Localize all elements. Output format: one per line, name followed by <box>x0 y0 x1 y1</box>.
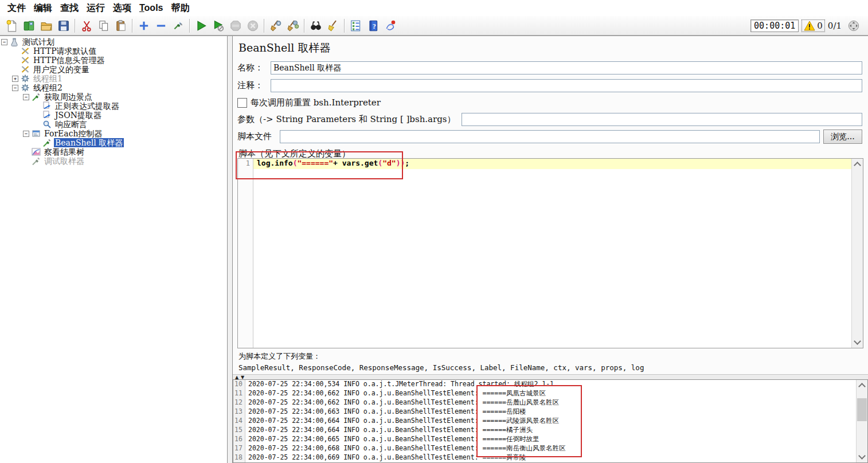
log-line-number: 13 <box>233 407 245 417</box>
shutdown-button[interactable] <box>244 17 261 34</box>
tree-item-label: 响应断言 <box>54 120 88 129</box>
tree-plus-expander-icon[interactable]: + <box>12 76 18 82</box>
log-vertical-scrollbar[interactable] <box>856 380 867 462</box>
log-line-number: 16 <box>233 435 245 444</box>
log-line: 132020-07-25 22:34:00,663 INFO o.a.j.u.B… <box>233 407 867 417</box>
tree-item-线程组2[interactable]: −线程组2 <box>0 83 227 92</box>
tree-minus-expander-icon[interactable]: − <box>23 131 29 137</box>
tree-item-ForEach控制器[interactable]: −ForEach控制器 <box>0 129 227 138</box>
elapsed-timer: 00:00:01 <box>750 19 799 32</box>
parameters-input[interactable] <box>462 113 862 126</box>
script-editor[interactable]: 1 log.info("======"+ vars.get("d")); <box>237 158 863 348</box>
log-line: 172020-07-25 22:34:00,668 INFO o.a.j.u.B… <box>233 444 867 453</box>
tree-item-HTTP信息头管理器[interactable]: HTTP信息头管理器 <box>0 56 227 65</box>
cut-button[interactable] <box>78 17 95 34</box>
reset-gui-button[interactable] <box>170 17 187 34</box>
menu-帮助[interactable]: 帮助 <box>167 1 193 16</box>
chart-icon <box>32 147 41 156</box>
editor-vertical-scrollbar[interactable] <box>851 159 863 348</box>
log-line: 122020-07-25 22:34:00,662 INFO o.a.j.u.B… <box>233 398 867 407</box>
tree-minus-expander-icon[interactable]: − <box>1 39 7 45</box>
arrow-doc-icon <box>42 101 52 111</box>
save-button[interactable] <box>55 17 72 34</box>
search-button[interactable] <box>307 17 324 34</box>
tree-item-线程组1[interactable]: +线程组1 <box>0 74 227 83</box>
tree-minus-expander-icon[interactable]: − <box>12 85 18 91</box>
tree-item-label: 线程组1 <box>32 74 64 83</box>
browse-button[interactable]: 浏览... <box>823 130 862 144</box>
log-line-text: 2020-07-25 22:34:00,664 INFO o.a.j.u.Bea… <box>245 426 533 435</box>
about-button[interactable] <box>382 17 399 34</box>
tree-item-HTTP请求默认值[interactable]: HTTP请求默认值 <box>0 46 227 56</box>
log-line: 142020-07-25 22:34:00,664 INFO o.a.j.u.B… <box>233 417 867 426</box>
editor-text-area[interactable]: log.info("======"+ vars.get("d")); <box>253 159 852 348</box>
tree-item-测试计划[interactable]: −测试计划 <box>0 37 227 46</box>
stop-button[interactable] <box>227 17 244 34</box>
toggle-thread-counts-button[interactable] <box>845 17 862 34</box>
main-split: −测试计划HTTP请求默认值HTTP信息头管理器用户定义的变量+线程组1−线程组… <box>0 36 868 463</box>
tree-item-BeanShell 取样器[interactable]: BeanShell 取样器 <box>0 138 227 147</box>
tree-item-正则表达式提取器[interactable]: 正则表达式提取器 <box>0 101 227 111</box>
test-plan-tree-panel: −测试计划HTTP请求默认值HTTP信息头管理器用户定义的变量+线程组1−线程组… <box>0 36 228 463</box>
open-file-button[interactable] <box>38 17 55 34</box>
menu-查找[interactable]: 查找 <box>56 1 83 16</box>
remove-button[interactable] <box>153 17 170 34</box>
tree-item-响应断言[interactable]: 响应断言 <box>0 120 227 129</box>
menu-运行[interactable]: 运行 <box>83 1 109 16</box>
copy-button[interactable] <box>95 17 112 34</box>
log-line: 112020-07-25 22:34:00,662 INFO o.a.j.u.B… <box>233 389 867 398</box>
log-viewer[interactable]: 102020-07-25 22:34:00,534 INFO o.a.j.t.J… <box>233 379 868 463</box>
tree-minus-expander-icon[interactable]: − <box>23 94 29 100</box>
tree-item-label: ForEach控制器 <box>43 129 104 138</box>
search-reset-button[interactable] <box>324 17 342 34</box>
line-number: 1 <box>238 159 253 167</box>
tree-item-察看结果树[interactable]: 察看结果树 <box>0 147 227 156</box>
test-plan-icon <box>10 37 19 46</box>
function-helper-button[interactable] <box>347 17 365 34</box>
cut-icon <box>80 19 93 32</box>
stop-icon <box>229 19 242 32</box>
clear-all-button[interactable] <box>284 17 302 34</box>
scroll-up-icon[interactable] <box>854 162 861 169</box>
start-button[interactable] <box>193 17 210 34</box>
add-button[interactable] <box>135 17 153 34</box>
tree-item-label: 正则表达式提取器 <box>54 101 120 111</box>
menu-文件[interactable]: 文件 <box>3 1 30 16</box>
paste-button[interactable] <box>112 17 130 34</box>
tree-item-label: 调试取样器 <box>43 156 85 166</box>
editor-line-number-gutter: 1 <box>238 159 253 348</box>
new-file-button[interactable] <box>3 17 21 34</box>
tree-item-label: 获取周边景点 <box>43 92 93 101</box>
log-line-number: 18 <box>233 453 245 462</box>
templates-button[interactable] <box>21 17 38 34</box>
scroll-down-icon[interactable] <box>858 452 866 460</box>
start-no-pauses-button[interactable] <box>210 17 227 34</box>
log-warning-indicator[interactable]: 0 <box>802 20 824 32</box>
tree-item-用户定义的变量[interactable]: 用户定义的变量 <box>0 65 227 74</box>
clear-button[interactable] <box>267 17 284 34</box>
save-icon <box>57 19 70 32</box>
comment-input[interactable] <box>271 79 862 92</box>
tree-item-label: HTTP请求默认值 <box>32 46 98 56</box>
split-divider[interactable] <box>228 36 233 463</box>
tree-item-获取周边景点[interactable]: −获取周边景点 <box>0 92 227 101</box>
tree-item-label: JSON提取器 <box>54 111 103 120</box>
log-line-text: 2020-07-25 22:34:00,668 INFO o.a.j.u.Bea… <box>245 444 566 453</box>
tree-item-JSON提取器[interactable]: JSON提取器 <box>0 111 227 120</box>
help-button[interactable]: ? <box>365 17 382 34</box>
script-file-input[interactable] <box>280 130 820 143</box>
scrollbar-thumb[interactable] <box>857 398 867 421</box>
menu-编辑[interactable]: 编辑 <box>30 1 56 16</box>
name-input[interactable] <box>271 61 862 74</box>
panel-title: BeanShell 取样器 <box>238 41 330 56</box>
menu-选项[interactable]: 选项 <box>109 1 135 16</box>
tree-item-label: 测试计划 <box>21 37 56 46</box>
jmeter-window: 文件编辑查找运行选项Tools帮助 ? 00:00:01 0 0/1 <box>0 0 868 463</box>
tree-item-调试取样器[interactable]: 调试取样器 <box>0 156 227 166</box>
reset-interpreter-checkbox[interactable] <box>237 98 247 108</box>
scroll-up-icon[interactable] <box>858 383 866 390</box>
defined-variables-intro: 为脚本定义了下列变量： <box>238 351 320 362</box>
scroll-down-icon[interactable] <box>854 338 861 345</box>
menu-Tools[interactable]: Tools <box>135 1 167 15</box>
toolbar-status-cluster: 00:00:01 0 0/1 <box>750 17 865 34</box>
